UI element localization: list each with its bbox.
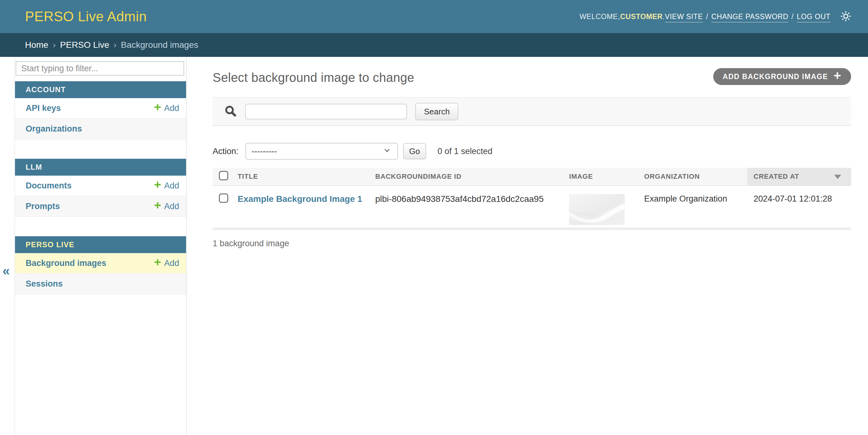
green-plus-icon	[154, 103, 162, 113]
add-background-image-link[interactable]: Add	[154, 258, 179, 268]
theme-toggle-button[interactable]	[840, 10, 852, 23]
triangle-down-icon[interactable]	[834, 175, 841, 179]
sidebar-section-header: ACCOUNT	[15, 81, 186, 98]
username: CUSTOMER	[620, 12, 662, 21]
row-backgroundimage-id: plbi-806ab94938753af4cbd72a16dc2caa95	[369, 186, 563, 229]
breadcrumb-home[interactable]: Home	[25, 40, 49, 50]
sidebar-filter-input[interactable]	[16, 61, 184, 76]
search-button[interactable]: Search	[415, 103, 458, 120]
add-link-label: Add	[164, 259, 179, 268]
column-header-created-at[interactable]: CREATED AT	[747, 168, 851, 186]
app-header: PERSO Live Admin WELCOME, CUSTOMER . VIE…	[0, 0, 868, 33]
log-out-link[interactable]: LOG OUT	[797, 12, 831, 21]
sidebar-item-label[interactable]: Background images	[26, 259, 106, 268]
column-header-image: IMAGE	[563, 168, 638, 186]
welcome-text: WELCOME,	[579, 12, 620, 21]
breadcrumb-separator: ›	[114, 40, 116, 50]
table-row: Example Background Image 1 plbi-806ab949…	[213, 186, 851, 229]
add-document-link[interactable]: Add	[154, 180, 179, 191]
table-header-row: TITLE BACKGROUNDIMAGE ID IMAGE ORGANIZAT…	[213, 168, 851, 186]
sidebar-item-label[interactable]: Organizations	[26, 124, 82, 134]
action-select-value: ---------	[252, 146, 277, 156]
sidebar-gutter: «	[0, 57, 14, 435]
main-content: Select background image to change ADD BA…	[187, 57, 868, 435]
sidebar-item-documents[interactable]: Documents Add	[15, 176, 186, 196]
action-select[interactable]: ---------	[245, 143, 398, 160]
breadcrumb-current: Background images	[121, 40, 198, 50]
site-branding[interactable]: PERSO Live Admin	[25, 9, 147, 24]
search-input[interactable]	[245, 104, 407, 120]
add-link-label: Add	[164, 202, 179, 211]
green-plus-icon	[154, 180, 162, 191]
change-password-link[interactable]: CHANGE PASSWORD	[711, 12, 788, 21]
action-label: Action:	[213, 146, 239, 156]
paginator-text: 1 background image	[213, 239, 851, 248]
user-tools: WELCOME, CUSTOMER . VIEW SITE / CHANGE P…	[579, 10, 852, 23]
view-site-link[interactable]: VIEW SITE	[665, 12, 703, 21]
sidebar-item-background-images[interactable]: Background images Add	[15, 253, 186, 274]
column-header-title[interactable]: TITLE	[231, 168, 369, 186]
magnifier-icon	[224, 104, 237, 119]
actions-row: Action: --------- Go 0 of 1 selected	[213, 143, 851, 160]
row-checkbox[interactable]	[219, 194, 228, 203]
selection-counter: 0 of 1 selected	[437, 146, 493, 156]
sidebar-item-sessions[interactable]: Sessions	[15, 274, 186, 294]
go-button[interactable]: Go	[403, 143, 427, 159]
sidebar-item-api-keys[interactable]: API keys Add	[15, 98, 186, 119]
sidebar-module-llm: LLM Documents Add Prompts Add	[15, 159, 186, 217]
breadcrumb: Home › PERSO Live › Background images	[0, 33, 868, 57]
background-image-thumbnail	[569, 194, 631, 227]
sidebar-item-label[interactable]: API keys	[26, 103, 61, 113]
row-organization: Example Organization	[638, 186, 747, 229]
sun-icon	[840, 10, 852, 23]
separator: /	[706, 12, 708, 21]
select-all-checkbox[interactable]	[219, 171, 228, 180]
row-created-at: 2024-07-01 12:01:28	[747, 186, 851, 229]
sidebar-collapse-toggle[interactable]: «	[2, 264, 10, 277]
sidebar-item-prompts[interactable]: Prompts Add	[15, 196, 186, 217]
sidebar-module-account: ACCOUNT API keys Add Organizations	[15, 81, 186, 139]
chevron-down-icon	[383, 146, 391, 157]
welcome-suffix: .	[662, 12, 665, 21]
breadcrumb-separator: ›	[53, 40, 56, 50]
column-header-label: CREATED AT	[753, 172, 799, 180]
row-title-link[interactable]: Example Background Image 1	[238, 194, 362, 204]
sidebar-item-label[interactable]: Documents	[26, 181, 72, 191]
sidebar-module-perso-live: PERSO LIVE Background images Add Session…	[15, 236, 186, 294]
double-chevron-left-icon: «	[2, 263, 10, 278]
green-plus-icon	[154, 258, 162, 268]
search-toolbar: Search	[213, 97, 851, 126]
column-header-organization[interactable]: ORGANIZATION	[638, 168, 747, 186]
sidebar-item-organizations[interactable]: Organizations	[15, 119, 186, 139]
separator: /	[792, 12, 794, 21]
changelist-table: TITLE BACKGROUNDIMAGE ID IMAGE ORGANIZAT…	[213, 168, 851, 230]
add-prompt-link[interactable]: Add	[154, 201, 179, 211]
sidebar-section-header: LLM	[15, 159, 186, 176]
breadcrumb-app[interactable]: PERSO Live	[60, 40, 109, 50]
white-plus-icon	[833, 71, 842, 82]
add-link-label: Add	[164, 181, 179, 191]
add-api-key-link[interactable]: Add	[154, 103, 179, 113]
add-link-label: Add	[164, 103, 179, 113]
column-header-backgroundimage-id[interactable]: BACKGROUNDIMAGE ID	[369, 168, 563, 186]
green-plus-icon	[154, 201, 162, 211]
sidebar-item-label[interactable]: Prompts	[26, 202, 60, 211]
sidebar-item-label[interactable]: Sessions	[26, 279, 63, 289]
add-button-label: ADD BACKGROUND IMAGE	[723, 72, 828, 81]
nav-sidebar: ACCOUNT API keys Add Organizations LLM D…	[14, 57, 187, 435]
add-background-image-button[interactable]: ADD BACKGROUND IMAGE	[713, 68, 851, 85]
sidebar-section-header: PERSO LIVE	[15, 236, 186, 253]
